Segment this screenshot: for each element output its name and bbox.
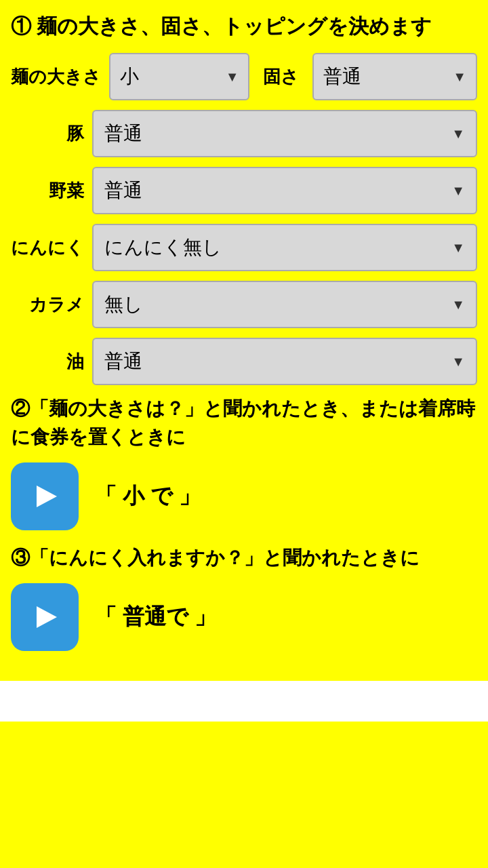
step2-title: ②「麺の大きさは？」と聞かれたとき、または着席時に食券を置くときに: [11, 395, 477, 452]
oil-select[interactable]: 普通 ▼: [92, 338, 477, 385]
karame-value: 無し: [104, 292, 445, 317]
karame-arrow-icon: ▼: [451, 297, 465, 313]
oil-arrow-icon: ▼: [451, 354, 465, 370]
noodle-size-value: 小: [120, 64, 220, 90]
pork-arrow-icon: ▼: [451, 126, 465, 142]
step2-play-text: 「 小 で 」: [95, 481, 201, 511]
vegetable-value: 普通: [104, 178, 445, 203]
bottom-white-area: [0, 681, 488, 722]
play-icon: [28, 480, 61, 513]
hardness-value: 普通: [323, 64, 447, 90]
garlic-row: にんにく にんにく無し ▼: [11, 224, 477, 271]
noodle-hardness-row: 麺の大きさ 小 ▼ 固さ 普通 ▼: [11, 53, 477, 100]
vegetable-select[interactable]: 普通 ▼: [92, 167, 477, 214]
noodle-size-arrow-icon: ▼: [226, 69, 239, 85]
oil-value: 普通: [104, 349, 445, 374]
hardness-arrow-icon: ▼: [453, 69, 466, 85]
pork-label: 豚: [11, 122, 92, 146]
oil-row: 油 普通 ▼: [11, 338, 477, 385]
noodle-size-label: 麺の大きさ: [11, 65, 109, 89]
step2-play-row: 「 小 で 」: [11, 462, 477, 530]
garlic-arrow-icon: ▼: [451, 240, 465, 256]
noodle-hardness-selects: 小 ▼ 固さ 普通 ▼: [109, 53, 477, 100]
step3-play-button[interactable]: [11, 583, 79, 651]
garlic-label: にんにく: [11, 236, 92, 260]
karame-row: カラメ 無し ▼: [11, 281, 477, 328]
play-icon-2: [28, 601, 61, 633]
garlic-select[interactable]: にんにく無し ▼: [92, 224, 477, 271]
karame-select[interactable]: 無し ▼: [92, 281, 477, 328]
step3-play-row: 「 普通で 」: [11, 583, 477, 651]
vegetable-label: 野菜: [11, 179, 92, 203]
garlic-value: にんにく無し: [104, 235, 445, 260]
pork-row: 豚 普通 ▼: [11, 110, 477, 157]
noodle-size-select[interactable]: 小 ▼: [109, 53, 249, 100]
step3-play-text: 「 普通で 」: [95, 602, 216, 632]
svg-marker-0: [37, 486, 57, 507]
hardness-label: 固さ: [256, 65, 306, 89]
karame-label: カラメ: [11, 293, 92, 317]
pork-value: 普通: [104, 121, 445, 146]
step1-title: ① 麺の大きさ、固さ、トッピングを決めます: [11, 12, 477, 41]
vegetable-row: 野菜 普通 ▼: [11, 167, 477, 214]
step3-title: ③「にんにく入れますか？」と聞かれたときに: [11, 544, 477, 572]
hardness-select[interactable]: 普通 ▼: [312, 53, 477, 100]
oil-label: 油: [11, 350, 92, 374]
step2-play-button[interactable]: [11, 462, 79, 530]
vegetable-arrow-icon: ▼: [451, 183, 465, 199]
svg-marker-1: [37, 606, 57, 628]
pork-select[interactable]: 普通 ▼: [92, 110, 477, 157]
main-area: ① 麺の大きさ、固さ、トッピングを決めます 麺の大きさ 小 ▼ 固さ 普通 ▼ …: [0, 0, 488, 681]
